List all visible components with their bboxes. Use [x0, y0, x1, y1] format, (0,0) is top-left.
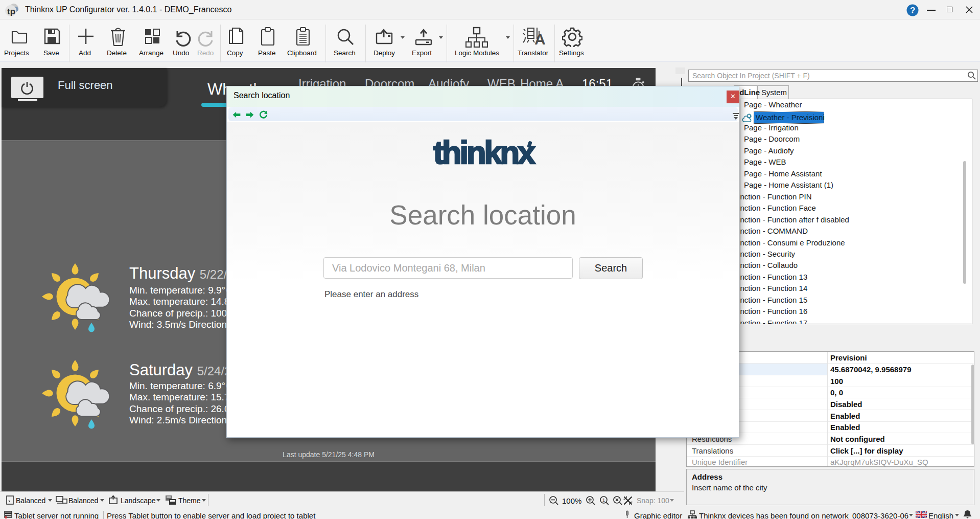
svg-text:1: 1 [602, 498, 605, 503]
svg-text:tp: tp [7, 7, 15, 16]
svg-text:?: ? [910, 6, 915, 15]
